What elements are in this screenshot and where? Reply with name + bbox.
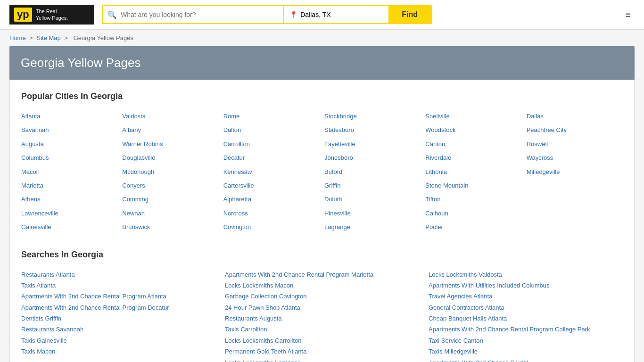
search-link[interactable]: Taxi Service Canton — [429, 335, 623, 346]
city-link[interactable]: Gainesville — [21, 222, 117, 232]
city-link[interactable]: Macon — [21, 166, 117, 177]
city-link[interactable]: Newnan — [122, 208, 218, 219]
breadcrumb-sitemap[interactable]: Site Map — [37, 34, 61, 41]
search-link[interactable]: Garbage Collection Covington — [225, 291, 419, 302]
search-link[interactable]: Apartments With 2nd Chance Rental Progra… — [21, 302, 215, 313]
city-link[interactable]: Milledgeville — [527, 166, 623, 177]
search-link[interactable]: Apartments With 2nd Chance Rental Progra… — [225, 269, 419, 280]
city-link[interactable]: Buford — [324, 166, 421, 177]
city-link[interactable]: Dallas — [527, 111, 623, 122]
search-link[interactable]: Taxis Milledgeville — [429, 346, 623, 357]
search-link[interactable]: Locks Locksmiths Lagrange — [225, 357, 419, 362]
city-link[interactable]: Cumming — [122, 194, 218, 205]
search-link[interactable]: Cheap Banquet Halls Atlanta — [429, 313, 623, 324]
location-input[interactable] — [300, 11, 383, 18]
search-link[interactable]: Taxis Macon — [21, 346, 215, 357]
searches-col3: Locks Locksmiths ValdostaApartments With… — [429, 269, 623, 362]
search-input[interactable] — [121, 11, 279, 18]
city-link[interactable]: Brunswick — [122, 222, 218, 232]
breadcrumb-sep2: > — [64, 34, 68, 41]
city-link[interactable]: Dalton — [223, 124, 320, 135]
city-link[interactable]: Waycross — [527, 152, 623, 163]
city-link[interactable]: Douglasville — [122, 152, 218, 163]
search-where-container: 📍 — [284, 6, 388, 23]
logo-tagline: The Real Yellow Pages. — [36, 8, 68, 22]
search-link[interactable]: Locks Locksmiths Carrollton — [225, 335, 419, 346]
city-link[interactable]: Atlanta — [21, 111, 117, 122]
menu-icon[interactable]: ≡ — [621, 8, 635, 22]
city-link[interactable]: Calhoun — [425, 208, 521, 219]
find-button[interactable]: Find — [388, 6, 431, 23]
searches-col2: Apartments With 2nd Chance Rental Progra… — [225, 269, 419, 362]
city-link[interactable]: Woodstock — [425, 124, 521, 135]
city-link[interactable]: Conyers — [122, 180, 218, 191]
search-link[interactable]: Restaurants Atlanta — [21, 269, 215, 280]
search-link[interactable]: Taxis Carrollton — [225, 324, 419, 335]
yp-logo-badge: yp — [14, 8, 32, 22]
city-link[interactable]: Marietta — [21, 180, 117, 191]
city-link[interactable]: Griffin — [324, 180, 421, 191]
searches-col1: Restaurants AtlantaTaxis AtlantaApartmen… — [21, 269, 215, 362]
city-link[interactable]: Savannah — [21, 124, 117, 135]
city-link[interactable]: Warner Robins — [122, 139, 218, 149]
city-link[interactable]: Statesboro — [324, 124, 421, 135]
city-link[interactable]: Covington — [223, 222, 320, 232]
city-link[interactable]: Albany — [122, 124, 218, 135]
city-link[interactable]: Snellville — [425, 111, 521, 122]
logo[interactable]: yp The Real Yellow Pages. — [9, 5, 94, 25]
city-link[interactable]: Hinesville — [324, 208, 421, 219]
search-what-container: 🔍 — [103, 6, 283, 23]
city-link[interactable]: Valdosta — [122, 111, 218, 122]
search-link[interactable]: Apartments With 2nd Chance Rental — [429, 357, 623, 362]
city-link[interactable]: Stockbridge — [324, 111, 421, 122]
city-link[interactable]: Norcross — [223, 208, 320, 219]
city-link[interactable]: Pooler — [425, 222, 521, 232]
city-link[interactable]: Mcdonough — [122, 166, 218, 177]
searches-grid: Restaurants AtlantaTaxis AtlantaApartmen… — [21, 269, 623, 362]
search-link[interactable]: Apartments With 2nd Chance Rental Progra… — [429, 324, 623, 335]
city-link[interactable]: Fayetteville — [324, 139, 421, 149]
breadcrumb-current: Georgia Yellow Pages — [74, 34, 133, 41]
city-link[interactable]: Augusta — [21, 139, 117, 149]
city-link[interactable]: Riverdale — [425, 152, 521, 163]
search-link[interactable]: Restaurants Savannah — [21, 324, 215, 335]
search-icon: 🔍 — [107, 10, 117, 19]
city-link[interactable]: Columbus — [21, 152, 117, 163]
city-link[interactable]: Lithonia — [425, 166, 521, 177]
city-link[interactable]: Tifton — [425, 194, 521, 205]
city-link[interactable]: Stone Mountain — [425, 180, 521, 191]
city-grid: AtlantaValdostaRomeStockbridgeSnellville… — [21, 111, 623, 233]
search-link[interactable]: Taxis Gainesville — [21, 335, 215, 346]
search-link[interactable]: Travel Agencies Atlanta — [429, 291, 623, 302]
breadcrumb-sep1: > — [29, 34, 33, 41]
city-link[interactable]: Athens — [21, 194, 117, 205]
city-link[interactable]: Canton — [425, 139, 521, 149]
search-bar: 🔍 📍 Find — [102, 5, 432, 24]
search-link[interactable]: Restaurants Augusta — [225, 313, 419, 324]
search-link[interactable]: 24 Hour Pawn Shop Atlanta — [225, 302, 419, 313]
breadcrumb-home[interactable]: Home — [9, 34, 26, 41]
search-link[interactable]: Dentists Griffin — [21, 313, 215, 324]
city-link[interactable]: Decatur — [223, 152, 320, 163]
searches-heading: Searches In Georgia — [21, 250, 623, 260]
search-link[interactable]: Locks Locksmiths Macon — [225, 280, 419, 291]
city-link[interactable]: Lawrenceville — [21, 208, 117, 219]
breadcrumb: Home > Site Map > Georgia Yellow Pages — [0, 30, 644, 46]
search-link[interactable]: Apartments With 2nd Chance Rental Progra… — [21, 291, 215, 302]
city-link[interactable]: Duluth — [324, 194, 421, 205]
city-link[interactable]: Cartersville — [223, 180, 320, 191]
city-link[interactable]: Jonesboro — [324, 152, 421, 163]
search-link[interactable]: Locks Locksmiths Valdosta — [429, 269, 623, 280]
city-link[interactable]: Carrollton — [223, 139, 320, 149]
page-title-banner: Georgia Yellow Pages — [9, 46, 635, 80]
city-link[interactable]: Lagrange — [324, 222, 421, 232]
city-link[interactable]: Peachtree City — [527, 124, 623, 135]
search-link[interactable]: Apartments With Utilities Included Colum… — [429, 280, 623, 291]
search-link[interactable]: General Contractors Atlanta — [429, 302, 623, 313]
city-link[interactable]: Roswell — [527, 139, 623, 149]
search-link[interactable]: Permanent Gold Teeth Atlanta — [225, 346, 419, 357]
search-link[interactable]: Taxis Atlanta — [21, 280, 215, 291]
city-link[interactable]: Alpharetta — [223, 194, 320, 205]
city-link[interactable]: Rome — [223, 111, 320, 122]
city-link[interactable]: Kennesaw — [223, 166, 320, 177]
